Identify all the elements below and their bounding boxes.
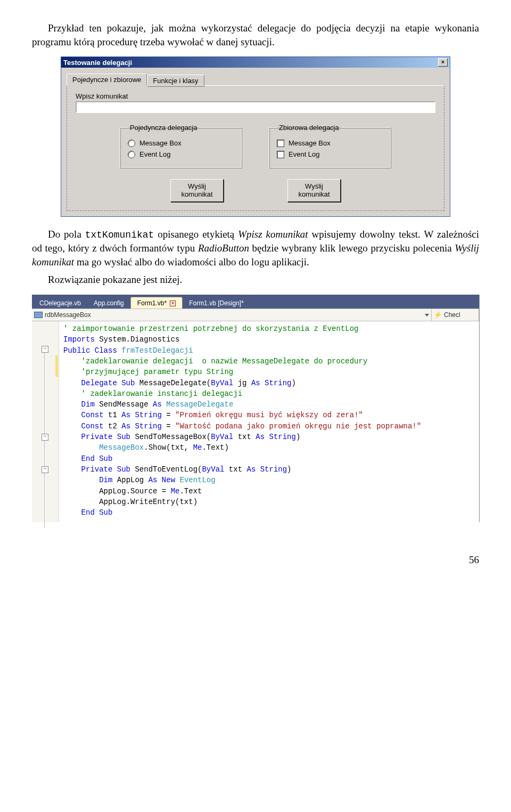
vs-class-dropdown[interactable]: rdbMessageBox <box>32 309 432 321</box>
checkbox-icon <box>277 151 284 158</box>
fold-icon[interactable] <box>42 434 48 441</box>
vs-tab-cdelegacje[interactable]: CDelegacje.vb <box>33 297 87 308</box>
fold-icon[interactable] <box>42 346 48 353</box>
dialog-title: Testowanie delegacji <box>63 59 132 67</box>
code-area[interactable]: ' zaimportowanie przestrzeni potrzebnej … <box>59 321 479 522</box>
check-eventlog[interactable]: Event Log <box>277 150 383 158</box>
paragraph-2: Do pola txtKomunikat opisanego etykietą … <box>32 228 479 269</box>
checkbox-icon <box>277 140 284 147</box>
vs-class-label: rdbMessageBox <box>45 311 91 319</box>
vs-editor: CDelegacje.vb App.config Form1.vb* × For… <box>32 295 480 522</box>
group-pojedyncza: Pojedyncza delegacja Message Box Event L… <box>120 124 242 168</box>
radio-icon <box>128 151 135 158</box>
fold-icon[interactable] <box>42 466 48 473</box>
vs-tab-form1design[interactable]: Form1.vb [Design]* <box>183 297 250 308</box>
vs-member-label: Checl <box>444 311 460 319</box>
group1-legend: Pojedyncza delegacja <box>128 124 199 132</box>
vs-tab-form1-label: Form1.vb* <box>137 299 167 307</box>
field-icon <box>34 312 43 318</box>
send-button-2[interactable]: Wyślij komunikat <box>287 179 341 202</box>
code-gutter <box>32 321 59 522</box>
dialog-testowanie-delegacji: Testowanie delegacji × Pojedyncze i zbio… <box>61 56 450 217</box>
dialog-tabs: Pojedyncze i zbiorowe Funkcje i klasy <box>67 73 444 86</box>
vs-member-dropdown[interactable]: ⚡ Checl <box>432 309 479 321</box>
paragraph-3: Rozwiązanie pokazane jest niżej. <box>32 273 479 287</box>
vs-tab-appconfig[interactable]: App.config <box>87 297 130 308</box>
group-zbiorowa: Zbiorowa delegacja Message Box Event Log <box>269 124 391 168</box>
vs-navbar: rdbMessageBox ⚡ Checl <box>32 308 479 321</box>
tab-panel: Wpisz komunikat Pojedyncza delegacja Mes… <box>67 85 444 211</box>
input-label: Wpisz komunikat <box>76 92 435 100</box>
radio-messagebox[interactable]: Message Box <box>128 139 234 147</box>
check-messagebox-label: Message Box <box>289 139 331 147</box>
tab-pojedyncze[interactable]: Pojedyncze i zbiorowe <box>67 74 147 86</box>
chevron-down-icon <box>425 314 429 316</box>
radio-messagebox-label: Message Box <box>139 139 182 147</box>
group2-legend: Zbiorowa delegacja <box>277 124 341 132</box>
page-number: 56 <box>32 554 479 566</box>
close-icon[interactable]: × <box>170 301 176 306</box>
check-eventlog-label: Event Log <box>289 150 320 158</box>
paragraph-1: Przykład ten pokazuje, jak można wykorzy… <box>32 21 479 48</box>
radio-eventlog[interactable]: Event Log <box>128 150 234 158</box>
lightning-icon: ⚡ <box>434 311 442 319</box>
tab-funkcje[interactable]: Funkcje i klasy <box>147 75 204 87</box>
dialog-titlebar: Testowanie delegacji × <box>61 57 450 68</box>
vs-tab-form1[interactable]: Form1.vb* × <box>130 297 183 308</box>
komunikat-input[interactable] <box>76 101 435 113</box>
send-button-1[interactable]: Wyślij komunikat <box>170 179 224 202</box>
radio-eventlog-label: Event Log <box>139 150 171 158</box>
vs-file-tabs: CDelegacje.vb App.config Form1.vb* × For… <box>32 295 479 308</box>
close-icon[interactable]: × <box>438 58 448 67</box>
radio-icon <box>128 140 135 147</box>
check-messagebox[interactable]: Message Box <box>277 139 383 147</box>
